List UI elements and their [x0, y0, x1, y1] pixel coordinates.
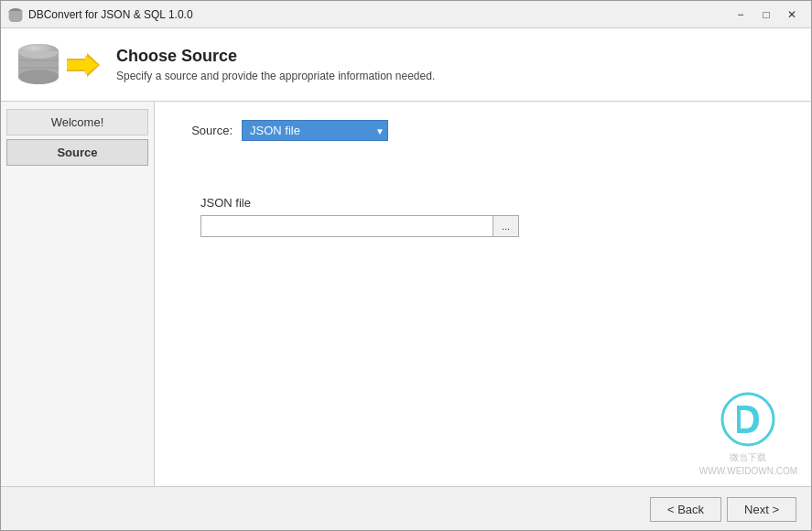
- header-icons: [16, 42, 100, 88]
- titlebar-title: DBConvert for JSON & SQL 1.0.0: [28, 8, 193, 21]
- source-label: Source:: [182, 124, 233, 137]
- titlebar-controls: − □ ✕: [729, 5, 804, 24]
- titlebar-left: DBConvert for JSON & SQL 1.0.0: [8, 7, 193, 22]
- database-icon: [16, 42, 61, 88]
- watermark-site: 微当下载: [699, 451, 797, 464]
- watermark: 微当下载 WWW.WEIDOWN.COM: [699, 392, 797, 476]
- page-title: Choose Source: [116, 47, 435, 66]
- sidebar: Welcome! Source: [1, 102, 155, 486]
- watermark-url: WWW.WEIDOWN.COM: [699, 466, 797, 476]
- svg-point-3: [18, 70, 59, 84]
- footer: < Back Next >: [1, 486, 811, 531]
- sidebar-item-welcome[interactable]: Welcome!: [6, 109, 148, 135]
- arrow-icon: [67, 51, 100, 79]
- json-file-label: JSON file: [200, 196, 784, 210]
- close-button[interactable]: ✕: [780, 5, 804, 24]
- page-subtitle: Specify a source and provide the appropr…: [116, 70, 435, 82]
- source-select-wrapper: JSON file MySQL SQL Server SQLite Postgr…: [242, 120, 388, 141]
- source-select[interactable]: JSON file MySQL SQL Server SQLite Postgr…: [242, 120, 388, 141]
- json-browse-button[interactable]: ...: [493, 215, 519, 237]
- json-file-section: JSON file ...: [182, 196, 784, 237]
- sidebar-item-source[interactable]: Source: [6, 139, 148, 166]
- header-text: Choose Source Specify a source and provi…: [116, 47, 435, 82]
- svg-point-4: [18, 44, 59, 59]
- json-file-input[interactable]: [200, 215, 493, 237]
- back-button[interactable]: < Back: [650, 497, 721, 522]
- svg-marker-9: [67, 55, 98, 75]
- app-icon: [8, 7, 23, 22]
- maximize-button[interactable]: □: [754, 5, 778, 24]
- next-button[interactable]: Next >: [727, 497, 796, 522]
- header: Choose Source Specify a source and provi…: [1, 28, 811, 102]
- main-layout: Welcome! Source Source: JSON file MySQL …: [1, 102, 811, 486]
- minimize-button[interactable]: −: [729, 5, 752, 24]
- titlebar: DBConvert for JSON & SQL 1.0.0 − □ ✕: [1, 1, 811, 28]
- watermark-logo-icon: [720, 392, 775, 447]
- json-file-row: ...: [200, 215, 784, 237]
- source-row: Source: JSON file MySQL SQL Server SQLit…: [182, 120, 784, 141]
